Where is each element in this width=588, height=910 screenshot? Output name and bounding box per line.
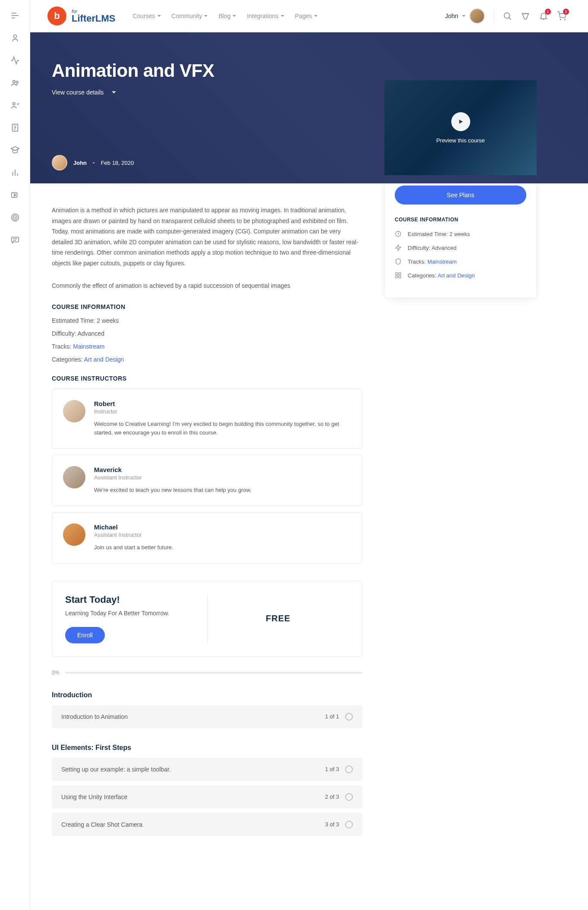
svg-rect-31 xyxy=(399,273,401,275)
section-title: UI Elements: First Steps xyxy=(52,744,362,752)
vertical-sidebar xyxy=(0,0,30,910)
sidebar-info-item: Estimated Time: 2 weeks xyxy=(395,230,526,237)
lesson-item[interactable]: Using the Unity Interface2 of 3 xyxy=(52,785,362,809)
nav-community[interactable]: Community xyxy=(172,13,208,19)
search-icon[interactable] xyxy=(503,11,512,21)
course-description-1: Animation is a method in which pictures … xyxy=(52,205,362,268)
course-description-2: Commonly the effect of animation is achi… xyxy=(52,280,362,291)
menu-toggle-icon[interactable] xyxy=(10,10,20,21)
svg-marker-15 xyxy=(14,194,16,196)
enroll-title: Start Today! xyxy=(65,594,207,605)
activity-icon[interactable] xyxy=(10,55,20,66)
instructor-bio: Join us and start a better future. xyxy=(94,543,351,552)
author-avatar[interactable] xyxy=(52,155,67,170)
svg-marker-27 xyxy=(459,120,462,123)
instructor-bio: We're excited to teach you new lessons t… xyxy=(94,486,351,495)
course-sidebar: Preview this course See Plans COURSE INF… xyxy=(384,80,537,298)
instructor-role: Assistant Instructor xyxy=(94,474,351,481)
instructor-avatar[interactable] xyxy=(63,523,85,546)
svg-rect-19 xyxy=(11,237,19,242)
info-item: Categories: Art and Design xyxy=(52,356,362,363)
stats-icon[interactable] xyxy=(10,167,20,178)
info-item: Difficulty: Advanced xyxy=(52,330,362,337)
target-icon[interactable] xyxy=(10,212,20,223)
inbox-icon[interactable] xyxy=(521,11,530,21)
brand-name: LifterLMS xyxy=(72,14,115,23)
course-title: Animation and VFX xyxy=(52,60,566,81)
sidebar-info-title: COURSE INFORMATION xyxy=(395,217,526,223)
groups-icon[interactable] xyxy=(10,78,20,88)
sidebar-info-item: Tracks: Mainstream xyxy=(395,258,526,265)
instructor-avatar[interactable] xyxy=(63,400,85,422)
instructors-heading: COURSE INSTRUCTORS xyxy=(52,375,362,382)
enroll-button[interactable]: Enroll xyxy=(65,627,105,643)
sidebar-info-item: Difficulty: Advanced xyxy=(395,244,526,251)
lesson-item[interactable]: Introduction to Animation1 of 1 xyxy=(52,705,362,728)
instructor-role: Instructor xyxy=(94,408,351,415)
section-title: Introduction xyxy=(52,691,362,699)
lesson-item[interactable]: Setting up our example: a simple toolbar… xyxy=(52,758,362,781)
instructor-card: RobertInstructorWelcome to Creative Lear… xyxy=(52,389,362,449)
lesson-section: IntroductionIntroduction to Animation1 o… xyxy=(52,691,362,728)
course-preview[interactable]: Preview this course xyxy=(384,80,537,175)
course-info-list: Estimated Time: 2 weeksDifficulty: Advan… xyxy=(52,317,362,363)
cart-icon[interactable]: 2 xyxy=(557,11,566,21)
sidebar-info-item: Categories: Art and Design xyxy=(395,272,526,279)
lesson-item[interactable]: Creating a Clear Shot Camera3 of 3 xyxy=(52,813,362,836)
svg-rect-32 xyxy=(396,276,398,278)
instructor-name[interactable]: Maverick xyxy=(94,466,351,473)
lesson-section: UI Elements: First StepsSetting up our e… xyxy=(52,744,362,836)
members-icon[interactable] xyxy=(10,100,20,110)
instructor-avatar[interactable] xyxy=(63,466,85,488)
courses-icon[interactable] xyxy=(10,145,20,155)
instructor-card: MaverickAssistant InstructorWe're excite… xyxy=(52,455,362,506)
info-item: Estimated Time: 2 weeks xyxy=(52,317,362,324)
completion-circle xyxy=(345,821,353,828)
svg-point-5 xyxy=(16,81,18,83)
document-icon[interactable] xyxy=(10,123,20,133)
svg-point-22 xyxy=(504,13,510,19)
sidebar-info-list: Estimated Time: 2 weeksDifficulty: Advan… xyxy=(395,230,526,279)
main-nav: CoursesCommunityBlogIntegrationsPages xyxy=(132,13,318,19)
course-info-heading: COURSE INFORMATION xyxy=(52,303,362,310)
instructor-name[interactable]: Robert xyxy=(94,400,351,407)
instructor-card: MichaelAssistant InstructorJoin us and s… xyxy=(52,512,362,564)
play-icon[interactable] xyxy=(451,112,470,131)
logo-badge: b xyxy=(47,6,66,25)
see-plans-button[interactable]: See Plans xyxy=(395,186,526,205)
logo[interactable]: b for LifterLMS xyxy=(47,6,115,25)
nav-pages[interactable]: Pages xyxy=(295,13,318,19)
completion-circle xyxy=(345,713,353,721)
svg-marker-29 xyxy=(396,245,401,250)
svg-rect-33 xyxy=(399,276,401,278)
completion-circle xyxy=(345,793,353,801)
nav-blog[interactable]: Blog xyxy=(218,13,236,19)
info-item: Tracks: Mainstream xyxy=(52,343,362,350)
nav-integrations[interactable]: Integrations xyxy=(247,13,284,19)
bell-icon[interactable]: 1 xyxy=(539,11,548,21)
completion-circle xyxy=(345,765,353,773)
chat-icon[interactable] xyxy=(10,235,20,245)
topbar: b for LifterLMS CoursesCommunityBlogInte… xyxy=(30,0,588,32)
user-avatar xyxy=(469,8,485,24)
user-menu[interactable]: John xyxy=(445,8,485,24)
svg-point-26 xyxy=(564,19,565,20)
svg-point-25 xyxy=(560,19,561,20)
nav-courses[interactable]: Courses xyxy=(132,13,161,19)
svg-rect-30 xyxy=(396,273,398,275)
course-progress: 0% xyxy=(52,670,362,676)
svg-point-3 xyxy=(13,35,16,38)
enroll-card: Start Today! Learning Today For A Better… xyxy=(52,581,362,657)
instructor-name[interactable]: Michael xyxy=(94,523,351,531)
progress-bar xyxy=(65,672,362,674)
svg-point-6 xyxy=(13,103,15,105)
svg-line-23 xyxy=(509,18,511,20)
profile-icon[interactable] xyxy=(10,33,20,43)
course-price: FREE xyxy=(208,614,349,623)
instructor-bio: Welcome to Creative Learning! I'm very e… xyxy=(94,420,351,438)
svg-point-18 xyxy=(15,217,16,218)
svg-point-4 xyxy=(13,81,15,83)
enroll-subtitle: Learning Today For A Better Tomorrow. xyxy=(65,610,207,617)
instructor-role: Assistant Instructor xyxy=(94,532,351,538)
video-icon[interactable] xyxy=(10,190,20,200)
